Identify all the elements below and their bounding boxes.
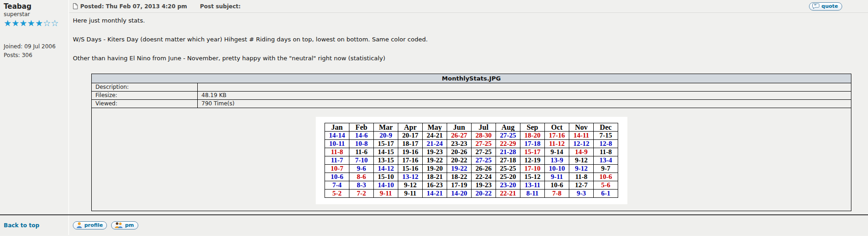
stats-cell: 8-3 (349, 181, 374, 190)
post-footer: Back to top profile (0, 215, 868, 235)
stats-cell: 10-11 (325, 140, 349, 148)
stats-cell: 7-10 (349, 156, 374, 165)
stats-cell: 11-6 (349, 148, 374, 156)
stats-cell: 19-22 (423, 156, 447, 165)
stats-cell: 17-10 (520, 165, 545, 173)
stats-cell: 22-29 (496, 140, 520, 148)
stats-cell: 10-6 (545, 181, 569, 190)
user-rank: superstar (4, 11, 65, 17)
stats-cell: 14-21 (423, 190, 447, 198)
stats-cell: 18-21 (423, 173, 447, 181)
stats-cell: 11-8 (594, 148, 618, 156)
stats-month-header: Feb (349, 123, 374, 132)
stats-cell: 12-19 (520, 156, 545, 165)
stats-cell: 22-21 (496, 190, 520, 198)
stats-cell: 7-2 (349, 190, 374, 198)
attachment-info-value (198, 83, 851, 91)
stats-cell: 9-11 (545, 173, 569, 181)
stats-cell: 9-11 (374, 190, 398, 198)
svg-text:”: ” (814, 3, 816, 8)
stats-cell: 10-6 (325, 173, 349, 181)
username[interactable]: Teabag (4, 2, 65, 11)
stats-cell: 13-11 (520, 181, 545, 190)
pm-button-label: pm (125, 222, 134, 228)
stats-cell: 20-9 (374, 132, 398, 140)
stats-cell: 5-6 (594, 181, 618, 190)
stats-cell: 27-25 (472, 148, 496, 156)
stats-month-header: Jan (325, 123, 349, 132)
star-rating: ★★★★★☆☆ (4, 19, 65, 28)
posted-timestamp: Posted: Thu Feb 07, 2013 4:20 pm (80, 3, 187, 10)
stats-cell: 13-12 (398, 173, 423, 181)
post-paragraph: Other than having El Nino from June - No… (73, 54, 864, 63)
stats-cell: 12-12 (569, 140, 594, 148)
stats-month-header: Oct (545, 123, 569, 132)
stats-cell: 17-18 (520, 140, 545, 148)
stats-month-header: Dec (594, 123, 618, 132)
footer-actions: profile pm (69, 215, 138, 235)
attachment-info-row: Viewed:790 Time(s) (92, 100, 851, 108)
stats-cell: 9-12 (569, 165, 594, 173)
stats-cell: 14-6 (349, 132, 374, 140)
stats-cell: 8-11 (520, 190, 545, 198)
back-to-top-link[interactable]: Back to top (4, 222, 39, 229)
attachment-info-value: 48.19 KB (198, 92, 851, 99)
post-paragraph: W/S Days - Kiters Day (doesnt matter whi… (73, 35, 864, 44)
stats-month-header: Nov (569, 123, 594, 132)
stats-cell: 14-11 (569, 132, 594, 140)
stats-cell: 17-19 (447, 181, 472, 190)
post-paragraphs: Here just monthly stats.W/S Days - Kiter… (73, 17, 864, 63)
stats-cell: 21-28 (496, 148, 520, 156)
stats-month-header: Jun (447, 123, 472, 132)
stats-cell: 11-7 (325, 156, 349, 165)
quote-icon: ” (812, 3, 820, 9)
stats-cell: 22-24 (472, 173, 496, 181)
stats-cell: 15-12 (520, 173, 545, 181)
stats-cell: 27-25 (472, 140, 496, 148)
stats-month-header: Aug (496, 123, 520, 132)
stats-cell: 24-21 (423, 132, 447, 140)
stats-cell: 9-14 (545, 148, 569, 156)
stats-row: 10-68-615-1013-1218-2118-2222-2425-2015-… (325, 173, 618, 181)
stats-cell: 9-12 (569, 156, 594, 165)
stats-cell: 28-30 (472, 132, 496, 140)
stats-cell: 13-15 (374, 156, 398, 165)
stats-cell: 14-15 (374, 148, 398, 156)
stats-cell: 19-22 (447, 165, 472, 173)
stats-cell: 27-25 (472, 156, 496, 165)
stats-cell: 17-16 (545, 132, 569, 140)
stats-cell: 26-27 (447, 132, 472, 140)
stats-cell: 11-8 (325, 148, 349, 156)
stats-cell: 19-23 (423, 148, 447, 156)
stats-cell: 14-10 (374, 181, 398, 190)
post-header: Posted: Thu Feb 07, 2013 4:20 pm Post su… (69, 0, 868, 13)
stats-cell: 21-24 (423, 140, 447, 148)
stats-cell: 11-8 (569, 173, 594, 181)
stats-cell: 14-14 (325, 132, 349, 140)
stats-cell: 15-16 (398, 165, 423, 173)
profile-icon (76, 222, 83, 228)
stats-row: 11-77-1013-1517-1619-2220-2227-2527-1812… (325, 156, 618, 165)
stats-cell: 27-25 (496, 132, 520, 140)
profile-button[interactable]: profile (73, 221, 107, 230)
stats-cell: 18-20 (520, 132, 545, 140)
stats-month-header: May (423, 123, 447, 132)
stats-cell: 23-20 (496, 181, 520, 190)
post-page-icon (73, 3, 78, 9)
pm-icon (114, 222, 123, 228)
stats-cell: 25-25 (496, 165, 520, 173)
stats-month-header: Apr (398, 123, 423, 132)
attachment-box: MonthlyStats.JPG Description:Filesize:48… (91, 74, 851, 211)
stats-cell: 7-15 (594, 132, 618, 140)
quote-button-label: quote (821, 3, 838, 9)
attachment-info-label: Viewed: (92, 100, 198, 108)
pm-button[interactable]: pm (111, 221, 138, 230)
stats-month-header: Jul (472, 123, 496, 132)
user-post-count: Posts: 306 (4, 51, 65, 60)
stats-cell: 15-17 (520, 148, 545, 156)
stats-cell: 9-6 (349, 165, 374, 173)
quote-button[interactable]: ” quote (809, 2, 842, 11)
stats-cell: 18-22 (447, 173, 472, 181)
post-row: Teabag superstar ★★★★★☆☆ Joined: 09 Jul … (0, 0, 868, 215)
attachment-info-row: Filesize:48.19 KB (92, 92, 851, 100)
